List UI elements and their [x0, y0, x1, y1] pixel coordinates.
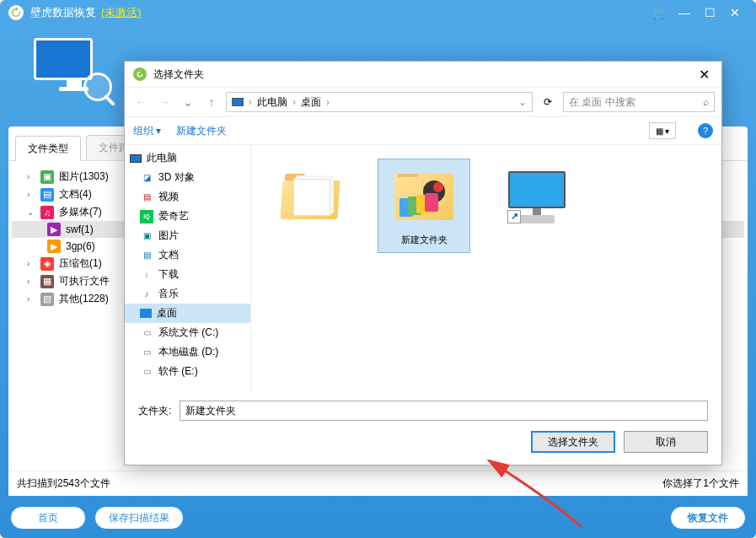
dialog-body: 此电脑 ◪3D 对象 ▤视频 iQ爱奇艺 ▣图片 ▤文档 ↓下载 ♪音乐 桌面 …: [125, 144, 721, 392]
dialog-close-button[interactable]: ✕: [695, 67, 713, 83]
video-icon: ▤: [140, 191, 153, 204]
sidebar-item-drive-e[interactable]: ▭软件 (E:): [125, 362, 250, 381]
new-folder-button[interactable]: 新建文件夹: [176, 124, 227, 138]
select-folder-button[interactable]: 选择文件夹: [531, 431, 615, 453]
status-bar: 共扫描到2543个文件 你选择了1个文件: [8, 471, 748, 496]
document-icon: ▤: [40, 188, 54, 202]
dialog-footer: 文件夹: 选择文件夹 取消: [125, 392, 721, 465]
3gp-icon: ▶: [47, 239, 61, 253]
tree-label: 压缩包(1): [59, 256, 102, 271]
sidebar-label: 音乐: [158, 287, 179, 301]
file-list[interactable]: 新建文件夹 ↗: [251, 145, 721, 392]
drive-icon: ▭: [140, 365, 153, 379]
app-logo-icon: [8, 5, 24, 20]
sidebar-label: 本地磁盘 (D:): [158, 345, 218, 359]
exe-icon: ▦: [40, 275, 54, 288]
sidebar-item-drive-c[interactable]: ▭系统文件 (C:): [125, 323, 250, 342]
recover-button[interactable]: 恢复文件: [670, 506, 746, 530]
unactivated-link[interactable]: (未激活): [101, 5, 142, 20]
sidebar-item-video[interactable]: ▤视频: [125, 187, 250, 207]
file-item-folder[interactable]: [265, 159, 357, 240]
nav-back-button[interactable]: ←: [131, 93, 150, 111]
sidebar-label: 视频: [158, 190, 179, 204]
view-mode-button[interactable]: ▦ ▾: [649, 122, 676, 139]
search-input[interactable]: 在 桌面 中搜索 ⌕: [563, 92, 715, 112]
sidebar-label: 文档: [158, 248, 179, 262]
sidebar-item-3d[interactable]: ◪3D 对象: [125, 168, 250, 187]
minimize-button[interactable]: —: [672, 6, 697, 19]
dialog-title: 选择文件夹: [153, 67, 204, 82]
help-button[interactable]: ?: [698, 123, 713, 138]
folder-name-input[interactable]: [180, 401, 708, 421]
search-placeholder: 在 桌面 中搜索: [569, 95, 635, 110]
bottom-buttons: 首页 保存扫描结果 恢复文件: [10, 506, 746, 530]
file-label: 新建文件夹: [381, 234, 467, 246]
cart-icon[interactable]: 🛒: [646, 6, 672, 19]
dialog-toolbar: 组织 ▾ 新建文件夹 ▦ ▾ ?: [125, 117, 721, 144]
swf-icon: ▶: [47, 223, 61, 236]
tree-label: 3gp(6): [66, 240, 95, 252]
app-title: 壁虎数据恢复: [30, 5, 96, 20]
home-button[interactable]: 首页: [10, 506, 86, 530]
organize-menu[interactable]: 组织 ▾: [133, 124, 161, 138]
picture-icon: ▣: [140, 229, 153, 243]
tree-label: 可执行文件: [59, 274, 110, 288]
breadcrumb-pc[interactable]: 此电脑: [257, 95, 287, 110]
pc-icon: [130, 154, 142, 163]
sidebar-label: 图片: [158, 229, 179, 243]
breadcrumb-desktop[interactable]: 桌面: [301, 95, 321, 110]
main-window: 壁虎数据恢复 (未激活) 🛒 — ☐ ✕ 扫描磁盘H: 文件类型 文件路径 ›▣…: [0, 0, 756, 538]
breadcrumb-dropdown[interactable]: ⌄: [518, 96, 527, 108]
cube-icon: ◪: [140, 171, 153, 185]
sidebar-label: 爱奇艺: [158, 209, 189, 223]
media-icon: ♫: [40, 206, 54, 219]
drive-icon: ▭: [140, 326, 153, 340]
tab-file-type[interactable]: 文件类型: [15, 136, 81, 161]
tree-label: swf(1): [66, 223, 94, 235]
other-icon: ▧: [40, 293, 54, 306]
file-item-shortcut[interactable]: ↗: [491, 159, 583, 240]
sidebar-label: 3D 对象: [158, 170, 195, 185]
file-item-new-folder[interactable]: 新建文件夹: [378, 159, 470, 253]
refresh-button[interactable]: ⟳: [538, 92, 558, 112]
sidebar-label: 桌面: [157, 306, 177, 320]
sidebar-item-downloads[interactable]: ↓下载: [125, 265, 250, 284]
pc-icon: [232, 98, 244, 106]
sidebar-label: 此电脑: [147, 151, 177, 165]
save-scan-button[interactable]: 保存扫描结果: [94, 506, 184, 530]
nav-recent-dropdown[interactable]: ⌄: [179, 93, 197, 111]
nav-up-button[interactable]: ↑: [202, 93, 221, 111]
tree-label: 多媒体(7): [59, 205, 102, 219]
iqiyi-icon: iQ: [140, 210, 153, 223]
status-left: 共扫描到2543个文件: [17, 476, 110, 491]
dialog-nav: ← → ⌄ ↑ › 此电脑 › 桌面 › ⌄ ⟳ 在 桌面 中搜索 ⌕: [125, 87, 721, 117]
music-icon: ♪: [140, 288, 153, 301]
drive-icon: ▭: [140, 346, 153, 359]
document-icon: ▤: [140, 249, 153, 262]
folder-field-label: 文件夹:: [138, 404, 171, 418]
sidebar-item-desktop[interactable]: 桌面: [125, 304, 250, 323]
dialog-logo-icon: [133, 67, 147, 81]
sidebar-item-iqiyi[interactable]: iQ爱奇艺: [125, 207, 250, 226]
tree-label: 其他(1228): [59, 292, 109, 306]
sidebar-item-pc[interactable]: 此电脑: [125, 148, 250, 168]
titlebar: 壁虎数据恢复 (未激活) 🛒 — ☐ ✕: [0, 0, 756, 25]
sidebar-item-documents[interactable]: ▤文档: [125, 245, 250, 265]
sidebar-label: 系统文件 (C:): [158, 325, 218, 340]
close-button[interactable]: ✕: [722, 6, 748, 19]
sidebar-item-music[interactable]: ♪音乐: [125, 284, 250, 304]
sidebar-item-pictures[interactable]: ▣图片: [125, 226, 250, 245]
shortcut-icon: ↗: [507, 210, 521, 223]
maximize-button[interactable]: ☐: [697, 6, 722, 19]
breadcrumb[interactable]: › 此电脑 › 桌面 › ⌄: [226, 92, 533, 112]
nav-forward-button[interactable]: →: [155, 93, 174, 111]
cancel-button[interactable]: 取消: [624, 431, 708, 453]
picture-icon: ▣: [40, 170, 54, 184]
download-icon: ↓: [140, 268, 153, 282]
sidebar-item-drive-d[interactable]: ▭本地磁盘 (D:): [125, 342, 250, 362]
dialog-titlebar: 选择文件夹 ✕: [125, 62, 721, 87]
tree-label: 文档(4): [59, 187, 92, 202]
tree-label: 图片(1303): [59, 169, 109, 184]
folder-picker-dialog: 选择文件夹 ✕ ← → ⌄ ↑ › 此电脑 › 桌面 › ⌄ ⟳ 在 桌面 中搜…: [124, 61, 722, 465]
sidebar-label: 下载: [158, 267, 179, 282]
